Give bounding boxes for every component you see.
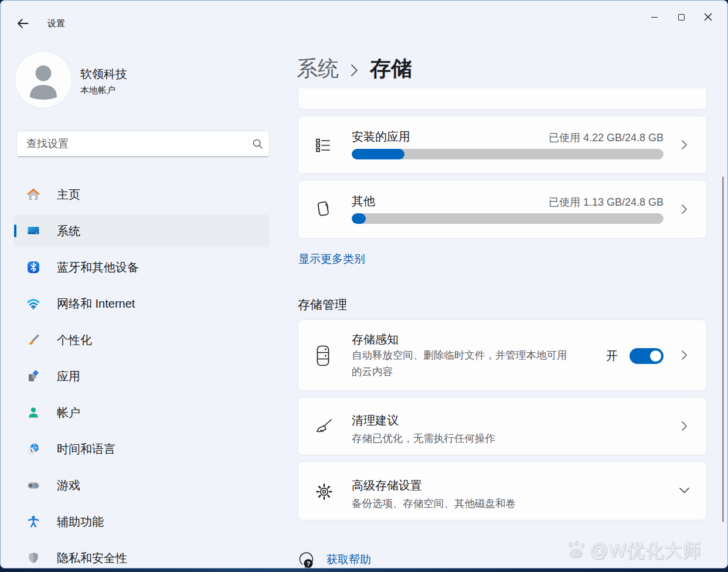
advanced-storage-card[interactable]: 高级存储设置 备份选项、存储空间、其他磁盘和卷: [298, 461, 707, 520]
cleanup-recommendations-card[interactable]: 清理建议 存储已优化，无需执行任何操作: [298, 397, 707, 455]
sidebar-item-network[interactable]: 网络和 Internet: [13, 287, 269, 320]
user-name: 软领科技: [80, 66, 127, 82]
sidebar-item-label: 蓝牙和其他设备: [57, 260, 139, 275]
sidebar-item-apps[interactable]: 应用: [13, 360, 269, 393]
sidebar-item-gaming[interactable]: 游戏: [13, 469, 269, 502]
progress-fill: [352, 149, 404, 159]
sidebar-item-time-language[interactable]: 时间和语言: [13, 433, 269, 465]
toggle-group: 开: [606, 348, 664, 364]
app-title: 设置: [47, 18, 65, 29]
card-title: 安装的应用: [352, 129, 410, 145]
other-category-icon: [315, 199, 332, 219]
minimize-button[interactable]: [641, 6, 668, 28]
card-description: 备份选项、存储空间、其他磁盘和卷: [352, 495, 516, 512]
home-icon: [26, 188, 40, 202]
show-more-categories-link[interactable]: 显示更多类别: [298, 251, 365, 267]
progress-bar: [352, 149, 664, 159]
person-icon: [15, 52, 72, 108]
search-icon: [246, 138, 269, 149]
wifi-icon: [26, 297, 40, 311]
shield-icon: [26, 551, 40, 565]
sidebar-item-label: 辅助功能: [57, 514, 104, 530]
toggle-state-label: 开: [606, 348, 618, 364]
broom-icon: [315, 417, 334, 436]
get-help-link[interactable]: 获取帮助: [326, 552, 371, 567]
paintbrush-icon: [26, 333, 40, 347]
breadcrumb: 系统 存储: [297, 55, 412, 83]
system-icon: [26, 224, 40, 238]
titlebar: 设置: [1, 1, 727, 36]
sidebar-item-accessibility[interactable]: 辅助功能: [13, 505, 269, 538]
other-storage-card[interactable]: 其他 已使用 1.13 GB/24.8 GB: [298, 180, 707, 239]
sidebar-item-home[interactable]: 主页: [13, 178, 269, 211]
breadcrumb-parent[interactable]: 系统: [297, 55, 339, 83]
section-title: 存储管理: [298, 297, 347, 313]
user-account-type: 本地帐户: [80, 85, 115, 96]
bluetooth-icon: [26, 260, 40, 274]
chevron-right-icon: [682, 205, 687, 214]
usage-text: 已使用 1.13 GB/24.8 GB: [549, 195, 664, 209]
settings-window: 设置 软领科技 本地帐户 主页 系统: [0, 0, 728, 568]
card-title: 存储感知: [352, 332, 399, 348]
page-title: 存储: [370, 55, 412, 83]
card-description: 存储已优化，无需执行任何操作: [352, 430, 495, 447]
svg-text:?: ?: [307, 560, 311, 567]
chevron-right-icon: [682, 140, 687, 149]
minimize-icon: [651, 17, 658, 18]
sidebar-nav: 主页 系统 蓝牙和其他设备 网络和 Internet 个性化 应用 帐户 时间: [1, 178, 282, 568]
help-row: ? 获取帮助: [298, 550, 371, 568]
search-box[interactable]: [16, 131, 270, 157]
card-title: 清理建议: [352, 413, 399, 428]
watermark-handle: @W优化大师: [590, 539, 702, 563]
sidebar-item-label: 隐私和安全性: [57, 550, 127, 566]
accounts-icon: [26, 406, 40, 420]
sidebar-item-label: 帐户: [57, 405, 80, 421]
toggle-knob: [650, 350, 661, 362]
sidebar-item-label: 时间和语言: [57, 441, 115, 457]
accessibility-icon: [26, 515, 40, 529]
window-controls: [641, 6, 722, 28]
sidebar-item-bluetooth[interactable]: 蓝牙和其他设备: [13, 251, 269, 284]
sidebar-item-label: 游戏: [57, 478, 80, 493]
gear-icon: [315, 482, 334, 501]
partial-card[interactable]: [298, 88, 707, 110]
paw-icon: du: [565, 540, 587, 561]
paw-badge-text: du: [572, 551, 580, 557]
sidebar-item-label: 主页: [57, 187, 80, 203]
close-button[interactable]: [695, 6, 722, 28]
maximize-button[interactable]: [668, 6, 695, 28]
time-language-icon: [26, 442, 40, 456]
installed-apps-card[interactable]: 安装的应用 已使用 4.22 GB/24.8 GB: [298, 115, 707, 174]
card-description: 自动释放空间、删除临时文件，并管理本地可用的云内容: [352, 347, 576, 380]
sidebar-item-system[interactable]: 系统: [13, 215, 269, 247]
help-bubble-icon: ?: [298, 550, 316, 568]
avatar[interactable]: [15, 52, 72, 108]
storage-sense-toggle[interactable]: [630, 348, 664, 364]
usage-text: 已使用 4.22 GB/24.8 GB: [549, 131, 664, 145]
breadcrumb-chevron-icon: [351, 62, 358, 77]
chevron-down-icon: [679, 488, 689, 493]
apps-icon: [26, 369, 40, 383]
sidebar-item-label: 个性化: [57, 332, 92, 348]
scrollbar-thumb[interactable]: [722, 176, 724, 522]
storage-sense-icon: [315, 345, 331, 367]
installed-apps-icon: [315, 137, 331, 154]
back-button[interactable]: [15, 16, 31, 31]
progress-fill: [352, 213, 366, 224]
back-arrow-icon: [16, 18, 29, 29]
chevron-right-icon: [682, 421, 687, 431]
card-title: 高级存储设置: [352, 478, 422, 493]
maximize-icon: [678, 14, 685, 21]
card-title: 其他: [352, 193, 375, 209]
progress-bar: [352, 213, 664, 224]
search-input[interactable]: [17, 138, 246, 150]
sidebar-item-accounts[interactable]: 帐户: [13, 396, 269, 429]
storage-sense-card[interactable]: 存储感知 自动释放空间、删除临时文件，并管理本地可用的云内容 开: [298, 319, 707, 391]
sidebar-item-privacy[interactable]: 隐私和安全性: [13, 542, 269, 568]
sidebar-item-label: 系统: [57, 223, 80, 239]
chevron-right-icon: [682, 350, 687, 360]
sidebar-item-personalization[interactable]: 个性化: [13, 324, 269, 356]
sidebar-item-label: 网络和 Internet: [57, 296, 135, 312]
gamepad-icon: [26, 478, 40, 492]
sidebar-item-label: 应用: [57, 369, 80, 384]
